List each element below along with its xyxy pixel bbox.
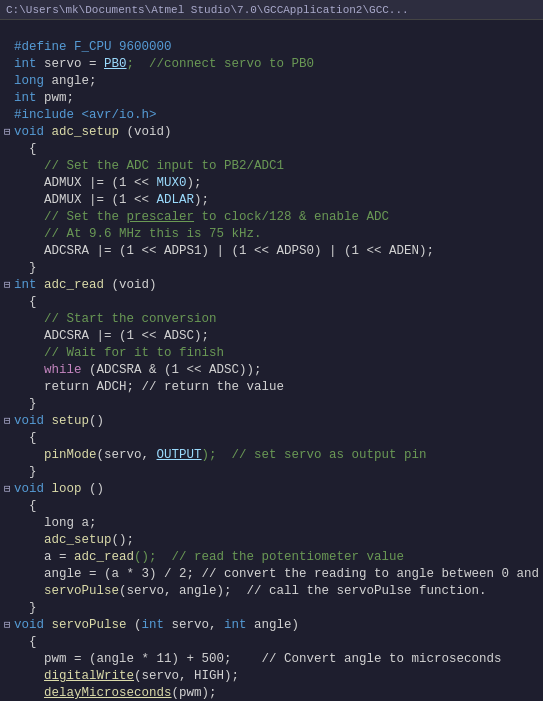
collapse-icon <box>4 56 12 73</box>
code-line: } <box>0 260 543 277</box>
token: servo = <box>37 57 105 71</box>
collapse-icon <box>4 583 12 600</box>
collapse-icon <box>4 549 12 566</box>
collapse-icon[interactable]: ⊟ <box>4 481 12 498</box>
code-line: ADCSRA |= (1 << ADPS1) | (1 << ADPS0) | … <box>0 243 543 260</box>
collapse-icon <box>4 90 12 107</box>
code-line: ⊟void loop () <box>0 481 543 498</box>
token: // Start the conversion <box>14 312 217 326</box>
token: long a; <box>14 516 97 530</box>
token: adc_read <box>74 550 134 564</box>
token <box>14 584 44 598</box>
code-line: a = adc_read(); // read the potentiomete… <box>0 549 543 566</box>
token: delayMicroseconds <box>44 686 172 700</box>
token <box>14 669 44 683</box>
token: // Set the ADC input to PB2/ADC1 <box>14 159 284 173</box>
token: MUX0 <box>157 176 187 190</box>
line-content: long angle; <box>14 73 543 90</box>
collapse-icon[interactable]: ⊟ <box>4 617 12 634</box>
line-content: angle = (a * 3) / 2; // convert the read… <box>14 566 543 583</box>
line-content: void adc_setup (void) <box>14 124 543 141</box>
line-content: { <box>14 430 543 447</box>
collapse-icon[interactable]: ⊟ <box>4 413 12 430</box>
line-content: digitalWrite(servo, HIGH); <box>14 668 543 685</box>
token: int <box>142 618 165 632</box>
token: (); // read the potentiometer value <box>134 550 404 564</box>
collapse-icon <box>4 566 12 583</box>
collapse-icon <box>4 447 12 464</box>
token: } <box>14 397 37 411</box>
line-content: #define F_CPU 9600000 <box>14 39 543 56</box>
line-content: } <box>14 464 543 481</box>
line-content: void servoPulse (int servo, int angle) <box>14 617 543 634</box>
code-line: int pwm; <box>0 90 543 107</box>
line-content: servoPulse(servo, angle); // call the se… <box>14 583 543 600</box>
line-content: int adc_read (void) <box>14 277 543 294</box>
token: servoPulse <box>44 584 119 598</box>
token: // Wait for it to finish <box>14 346 224 360</box>
token <box>44 618 52 632</box>
code-line: while (ADCSRA & (1 << ADSC)); <box>0 362 543 379</box>
title-bar: C:\Users\mk\Documents\Atmel Studio\7.0\G… <box>0 0 543 20</box>
code-line: // Wait for it to finish <box>0 345 543 362</box>
token: ); <box>194 193 209 207</box>
token <box>44 482 52 496</box>
token: angle = (a * 3) / 2; // convert the read… <box>14 567 543 581</box>
collapse-icon <box>4 260 12 277</box>
line-content: { <box>14 141 543 158</box>
code-line: ADMUX |= (1 << MUX0); <box>0 175 543 192</box>
token: // Set the <box>14 210 127 224</box>
token: (); <box>112 533 135 547</box>
token: pwm = (angle * 11) + 500; // Convert ang… <box>14 652 502 666</box>
code-line: // Start the conversion <box>0 311 543 328</box>
collapse-icon[interactable]: ⊟ <box>4 277 12 294</box>
token: (servo, <box>97 448 157 462</box>
code-line: // At 9.6 MHz this is 75 kHz. <box>0 226 543 243</box>
token: while <box>44 363 82 377</box>
collapse-icon <box>4 515 12 532</box>
collapse-icon[interactable]: ⊟ <box>4 124 12 141</box>
token: { <box>14 295 37 309</box>
token <box>44 125 52 139</box>
code-line: // Set the prescaler to clock/128 & enab… <box>0 209 543 226</box>
code-line: pwm = (angle * 11) + 500; // Convert ang… <box>0 651 543 668</box>
token: ); <box>187 176 202 190</box>
line-content: return ADCH; // return the value <box>14 379 543 396</box>
token: pinMode <box>44 448 97 462</box>
line-content: { <box>14 634 543 651</box>
code-line: return ADCH; // return the value <box>0 379 543 396</box>
line-content: ADCSRA |= (1 << ADSC); <box>14 328 543 345</box>
line-content: // Wait for it to finish <box>14 345 543 362</box>
token: long <box>14 74 44 88</box>
token <box>14 686 44 700</box>
line-content: // At 9.6 MHz this is 75 kHz. <box>14 226 543 243</box>
collapse-icon <box>4 634 12 651</box>
token: ( <box>127 618 142 632</box>
token: prescaler <box>127 210 195 224</box>
collapse-icon <box>4 651 12 668</box>
code-line: adc_setup(); <box>0 532 543 549</box>
collapse-icon <box>4 73 12 90</box>
code-line: angle = (a * 3) / 2; // convert the read… <box>0 566 543 583</box>
token: int <box>14 278 37 292</box>
line-content: // Set the ADC input to PB2/ADC1 <box>14 158 543 175</box>
code-line: ⊟void setup() <box>0 413 543 430</box>
token: void <box>14 482 44 496</box>
line-content: // Start the conversion <box>14 311 543 328</box>
token: servo, <box>164 618 224 632</box>
collapse-icon <box>4 328 12 345</box>
line-content: adc_setup(); <box>14 532 543 549</box>
collapse-icon <box>4 311 12 328</box>
token: angle; <box>44 74 97 88</box>
token: servoPulse <box>52 618 127 632</box>
token: int <box>14 91 37 105</box>
code-line: #define F_CPU 9600000 <box>0 39 543 56</box>
collapse-icon <box>4 396 12 413</box>
token: } <box>14 465 37 479</box>
code-line: } <box>0 396 543 413</box>
line-content: } <box>14 396 543 413</box>
code-line: #include <avr/io.h> <box>0 107 543 124</box>
token: () <box>82 482 105 496</box>
token: int <box>224 618 247 632</box>
token: void <box>14 414 44 428</box>
